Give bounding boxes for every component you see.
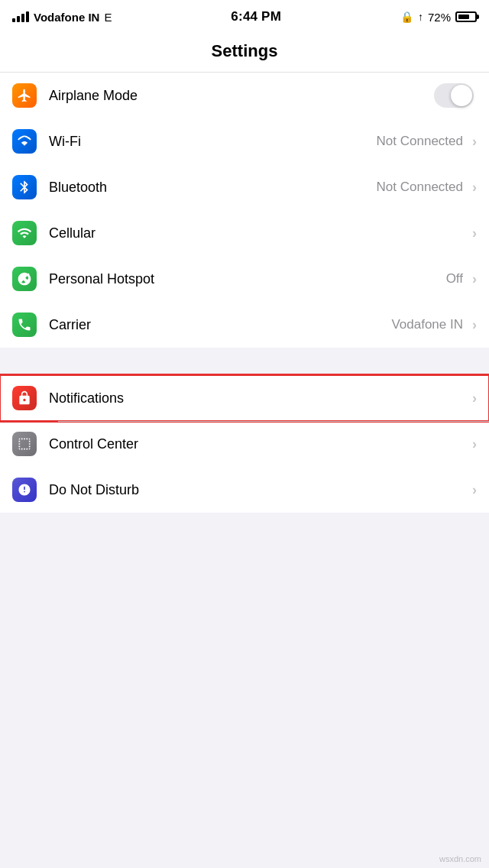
- network-type: E: [104, 11, 112, 24]
- do-not-disturb-icon: [12, 478, 37, 502]
- hotspot-label: Personal Hotspot: [49, 271, 446, 287]
- bluetooth-chevron: ›: [472, 180, 477, 196]
- carrier-label: Vodafone IN: [34, 11, 99, 24]
- carrier-value: Vodafone IN: [391, 317, 463, 332]
- hotspot-value: Off: [446, 271, 463, 287]
- control-center-row[interactable]: Control Center ›: [0, 421, 489, 467]
- bluetooth-svg: [17, 180, 32, 195]
- airplane-mode-row[interactable]: Airplane Mode: [0, 73, 489, 118]
- watermark: wsxdn.com: [439, 854, 481, 863]
- control-center-icon: [12, 432, 37, 456]
- hotspot-icon: [12, 267, 37, 291]
- lock-icon: 🔒: [400, 11, 413, 23]
- dnd-svg: [17, 482, 32, 497]
- bluetooth-value: Not Connected: [377, 180, 463, 195]
- control-center-svg: [17, 436, 32, 452]
- network-group: Airplane Mode Wi-Fi Not Connected ›: [0, 73, 489, 348]
- cellular-icon: [12, 221, 37, 245]
- airplane-svg: [17, 88, 32, 103]
- airplane-mode-icon: [12, 83, 37, 108]
- notifications-chevron: ›: [472, 390, 477, 406]
- hotspot-row[interactable]: Personal Hotspot Off ›: [0, 256, 489, 302]
- carrier-icon: [12, 313, 37, 337]
- location-icon: ↑: [418, 11, 423, 23]
- dnd-label: Do Not Disturb: [49, 482, 463, 498]
- bluetooth-icon: [12, 175, 37, 199]
- notifications-label: Notifications: [49, 390, 463, 406]
- airplane-mode-toggle[interactable]: [434, 83, 474, 108]
- notifications-group: Notifications › Control Center › Do Not …: [0, 375, 489, 513]
- status-time: 6:44 PM: [231, 9, 281, 24]
- wifi-chevron: ›: [472, 134, 477, 150]
- page-title: Settings: [0, 41, 489, 61]
- cellular-svg: [17, 225, 32, 241]
- battery-percent: 72%: [428, 11, 451, 24]
- carrier-svg: [17, 317, 32, 332]
- bluetooth-label: Bluetooth: [49, 180, 377, 196]
- toggle-knob: [451, 85, 472, 106]
- battery-icon: [455, 11, 477, 22]
- notifications-svg: [17, 390, 32, 406]
- control-center-chevron: ›: [472, 436, 477, 452]
- airplane-mode-label: Airplane Mode: [49, 88, 434, 104]
- carrier-row[interactable]: Carrier Vodafone IN ›: [0, 302, 489, 348]
- signal-bar-4: [26, 11, 29, 22]
- status-right: 🔒 ↑ 72%: [400, 11, 477, 24]
- notifications-row[interactable]: Notifications ›: [0, 375, 489, 421]
- status-left: Vodafone IN E: [12, 11, 112, 24]
- wifi-icon: [12, 129, 37, 154]
- signal-bar-2: [17, 16, 20, 22]
- signal-bars: [12, 11, 29, 22]
- notifications-icon: [12, 386, 37, 410]
- settings-section: Airplane Mode Wi-Fi Not Connected ›: [0, 73, 489, 513]
- wifi-label: Wi-Fi: [49, 134, 377, 150]
- dnd-chevron: ›: [472, 482, 477, 498]
- cellular-label: Cellular: [49, 225, 463, 241]
- hotspot-svg: [17, 271, 32, 287]
- carrier-chevron: ›: [472, 317, 477, 333]
- signal-bar-1: [12, 18, 15, 22]
- carrier-label: Carrier: [49, 317, 391, 333]
- control-center-label: Control Center: [49, 436, 463, 452]
- cellular-chevron: ›: [472, 225, 477, 241]
- signal-bar-3: [21, 14, 24, 22]
- do-not-disturb-row[interactable]: Do Not Disturb ›: [0, 467, 489, 513]
- cellular-row[interactable]: Cellular ›: [0, 210, 489, 256]
- wifi-value: Not Connected: [377, 134, 463, 149]
- wifi-row[interactable]: Wi-Fi Not Connected ›: [0, 118, 489, 164]
- section-gap: [0, 348, 489, 375]
- page-header: Settings: [0, 34, 489, 73]
- hotspot-chevron: ›: [472, 271, 477, 287]
- wifi-svg: [17, 134, 32, 149]
- bluetooth-row[interactable]: Bluetooth Not Connected ›: [0, 164, 489, 210]
- status-bar: Vodafone IN E 6:44 PM 🔒 ↑ 72%: [0, 0, 489, 34]
